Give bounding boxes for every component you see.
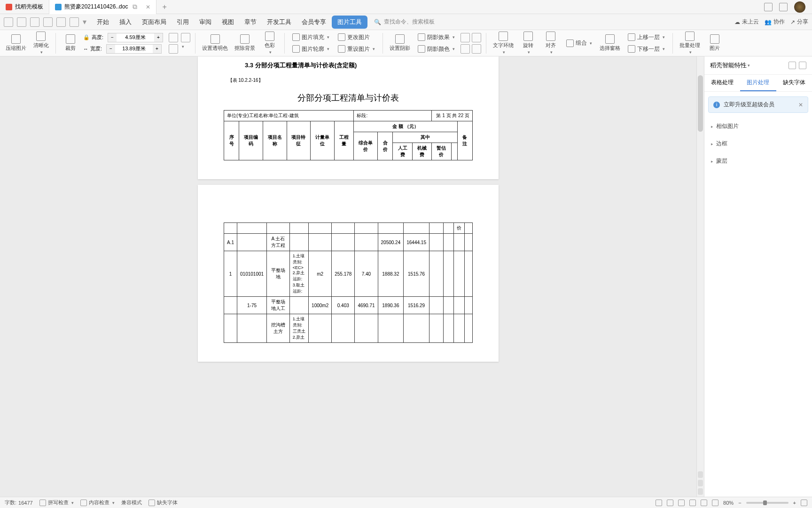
find-icon[interactable] [698, 480, 703, 486]
zoom-out-button[interactable]: − [738, 500, 741, 506]
ratio-icon[interactable]: ↔ [83, 46, 88, 52]
height-plus[interactable]: + [154, 33, 163, 42]
view-note-icon[interactable] [712, 500, 718, 506]
menu-picture-tools[interactable]: 图片工具 [332, 16, 367, 29]
width-plus[interactable]: + [153, 45, 161, 53]
menu-view[interactable]: 视图 [217, 16, 239, 28]
new-tab-button[interactable]: + [156, 3, 172, 11]
lock-icon[interactable]: 🔒 [83, 34, 90, 40]
batch-button[interactable]: 批量处理▾ [678, 31, 702, 56]
page-up-icon[interactable] [698, 471, 703, 478]
menu-insert[interactable]: 插入 [115, 16, 136, 28]
menu-start[interactable]: 开始 [92, 16, 114, 28]
set-shadow-button[interactable]: 设置阴影 [388, 33, 412, 53]
sp-tab-font[interactable]: 缺失字体 [776, 75, 812, 91]
rotate-cw-icon[interactable] [169, 33, 178, 42]
menu-review[interactable]: 审阅 [195, 16, 216, 28]
close-icon[interactable]: ✕ [146, 4, 150, 10]
compat-mode[interactable]: 兼容模式 [121, 499, 142, 506]
layout-icon[interactable] [764, 3, 773, 11]
view-outline-icon[interactable] [678, 500, 685, 506]
sp-tab-image[interactable]: 图片处理 [740, 75, 776, 91]
missing-font[interactable]: 缺失字体 [148, 499, 178, 506]
view-focus-icon[interactable] [701, 500, 707, 506]
view-page-icon[interactable] [656, 500, 662, 506]
saveas-icon[interactable] [17, 17, 26, 27]
remove-bg-button[interactable]: 抠除背景 [233, 33, 257, 53]
rotate-button[interactable]: 旋转▾ [518, 31, 538, 56]
gear-icon[interactable] [789, 62, 796, 69]
view-read-icon[interactable] [667, 500, 673, 506]
contentcheck-button[interactable]: 内容检查▾ [80, 499, 115, 506]
crop-button[interactable]: 裁剪 [61, 33, 80, 53]
reset-pic-button[interactable]: 重设图片▾ [335, 44, 378, 54]
pic-button[interactable]: 图片 [705, 33, 725, 53]
move-down-button[interactable]: 下移一层▾ [625, 44, 668, 54]
apps-icon[interactable] [779, 3, 788, 11]
shadow-effect-button[interactable]: 阴影效果▾ [415, 32, 458, 42]
tab-document[interactable]: 熊贤豪20211410426..doc ⧉ ✕ [49, 0, 156, 14]
text-wrap-button[interactable]: 文字环绕▾ [491, 31, 515, 56]
menu-devtools[interactable]: 开发工具 [262, 16, 296, 28]
section-border[interactable]: 边框 [704, 135, 812, 152]
zoom-slider[interactable] [746, 502, 789, 504]
word-count[interactable]: 字数: 16477 [5, 499, 33, 506]
brightness-dropdown[interactable]: ▾ [182, 44, 184, 54]
share-button[interactable]: ↗分享 [790, 18, 808, 26]
change-pic-button[interactable]: 更改图片 [335, 32, 378, 42]
command-search[interactable]: 🔍 查找命令、搜索模板 [374, 18, 435, 26]
pic-fill-button[interactable]: 图片填充▾ [289, 32, 332, 42]
save-icon[interactable] [4, 17, 13, 27]
document-canvas[interactable]: 3.3 分部分项工程量清单与计价表(含定额) 【表 10.2.2-16】 分部分… [0, 56, 696, 497]
compress-image-button[interactable]: 压缩图片 [4, 33, 28, 53]
nudge-right-icon[interactable] [472, 33, 481, 42]
zoom-in-button[interactable]: + [793, 500, 796, 506]
zoom-knob[interactable] [763, 500, 767, 505]
transparent-color-button[interactable]: 设置透明色 [200, 33, 230, 53]
menu-chapter[interactable]: 章节 [240, 16, 261, 28]
height-value[interactable]: 4.59厘米 [117, 34, 154, 41]
combine-button[interactable]: 组合▾ [563, 38, 595, 48]
menu-member[interactable]: 会员专享 [297, 16, 331, 28]
close-icon[interactable]: ✕ [798, 102, 803, 108]
print-icon[interactable] [30, 17, 39, 27]
cloud-status[interactable]: ☁未上云 [734, 18, 759, 26]
qa-dropdown-icon[interactable]: ▾ [83, 17, 86, 27]
tab-templates[interactable]: 找稻壳模板 [0, 0, 49, 14]
pic-outline-button[interactable]: 图片轮廓▾ [289, 44, 332, 54]
nudge-down-icon[interactable] [461, 44, 470, 54]
select-window-button[interactable]: 选择窗格 [598, 33, 622, 53]
window-control-icon[interactable]: ⧉ [131, 3, 139, 11]
menu-reference[interactable]: 引用 [172, 16, 194, 28]
view-web-icon[interactable] [689, 500, 696, 506]
avatar[interactable] [794, 1, 805, 13]
preview-icon[interactable] [43, 17, 53, 27]
width-minus[interactable]: − [107, 45, 115, 53]
scrollbar-thumb[interactable] [698, 75, 703, 132]
undo-icon[interactable] [56, 17, 66, 27]
move-up-button[interactable]: 上移一层▾ [625, 32, 668, 42]
shadow-color-button[interactable]: 阴影颜色▾ [415, 44, 458, 54]
menu-layout[interactable]: 页面布局 [137, 16, 171, 28]
page-down-icon[interactable] [698, 488, 703, 495]
section-mask[interactable]: 蒙层 [704, 152, 812, 170]
section-similar[interactable]: 相似图片 [704, 118, 812, 135]
nudge-up-icon[interactable] [461, 33, 470, 42]
align-button[interactable]: 对齐▾ [541, 31, 561, 56]
redo-icon[interactable] [70, 17, 79, 27]
zoom-label[interactable]: 80% [723, 500, 734, 506]
fullscreen-icon[interactable] [801, 500, 807, 506]
clarity-button[interactable]: 清晰化▾ [31, 31, 51, 56]
sp-tab-table[interactable]: 表格处理 [704, 75, 740, 91]
collab-button[interactable]: 👥协作 [765, 18, 785, 26]
spellcheck-button[interactable]: 拼写检查▾ [39, 499, 74, 506]
width-value[interactable]: 13.89厘米 [115, 45, 153, 52]
nudge-left-icon[interactable] [472, 44, 481, 54]
height-minus[interactable]: − [108, 33, 117, 42]
brightness-icon[interactable] [169, 44, 178, 54]
collapse-icon[interactable] [799, 62, 806, 69]
sp-title-dropdown[interactable]: ▾ [748, 63, 750, 68]
vertical-scrollbar[interactable] [696, 56, 704, 497]
upgrade-banner[interactable]: i 立即升级至超级会员 ✕ [708, 96, 808, 113]
color-button[interactable]: 色彩▾ [260, 31, 280, 56]
